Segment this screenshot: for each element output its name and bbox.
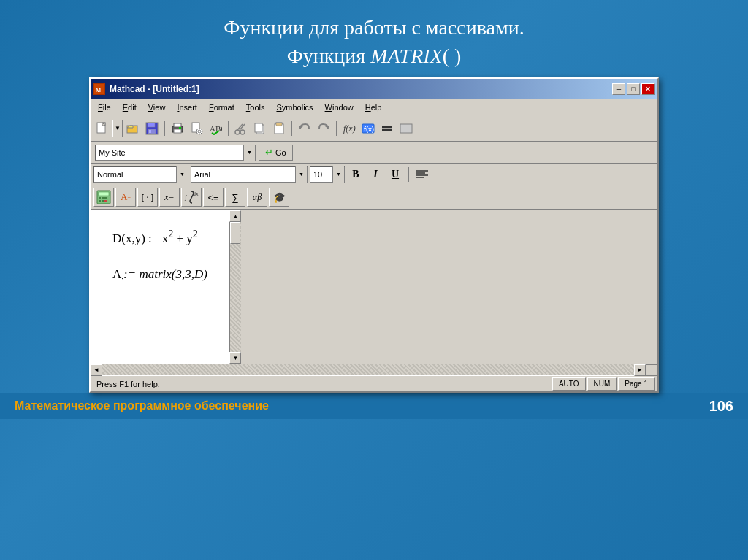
font-value[interactable]: Arial <box>191 170 295 179</box>
svg-rect-45 <box>99 200 101 202</box>
minimize-button[interactable]: ─ <box>612 83 625 95</box>
svg-rect-43 <box>102 197 104 199</box>
scroll-up-button[interactable]: ▲ <box>229 210 241 222</box>
title-bar-left: M Mathcad - [Untitled:1] <box>94 83 199 95</box>
svg-rect-12 <box>174 129 181 133</box>
svg-rect-42 <box>99 197 101 199</box>
equal-sign-button[interactable] <box>378 120 396 137</box>
print-button[interactable] <box>169 120 186 137</box>
auto-indicator: AUTO <box>552 377 586 391</box>
status-bar: Press F1 for help. AUTO NUM Page 1 <box>91 375 657 391</box>
style-dropdown-arrow[interactable]: ▼ <box>176 166 188 183</box>
menu-item-window[interactable]: Window <box>319 101 359 113</box>
vertical-scrollbar: ▲ ▼ <box>229 210 241 364</box>
scrollbar-corner <box>646 364 657 376</box>
mathcad-window: M Mathcad - [Untitled:1] ─ □ ✕ File Edit… <box>89 77 659 393</box>
sum-button[interactable]: ∑ <box>225 188 245 207</box>
scroll-track-horizontal[interactable] <box>102 364 634 375</box>
calculator-button[interactable] <box>94 188 114 207</box>
style-select-wrapper: Normal ▼ <box>94 166 188 183</box>
special-function-button[interactable]: 🎓 <box>269 188 289 207</box>
svg-text:f(x): f(x) <box>364 126 374 133</box>
menu-item-insert[interactable]: Insert <box>171 101 203 113</box>
go-button[interactable]: ↵ Go <box>259 145 293 161</box>
svg-text:∫: ∫ <box>184 194 187 201</box>
menu-item-format[interactable]: Format <box>203 101 240 113</box>
title-bar: M Mathcad - [Untitled:1] ─ □ ✕ <box>91 79 657 99</box>
resource-button[interactable]: f(x) <box>359 120 377 137</box>
save-button[interactable] <box>143 120 161 137</box>
new-button[interactable] <box>94 120 111 137</box>
svg-text:dx: dx <box>193 191 199 196</box>
menu-item-edit[interactable]: Edit <box>117 101 142 113</box>
extra-button[interactable] <box>397 120 415 137</box>
content-area[interactable]: D(x,y) := x2 + y2 A·:= matrix(3,3,D) A =… <box>91 210 229 364</box>
bold-button[interactable]: B <box>347 166 365 183</box>
new-dropdown[interactable]: ▼ <box>112 120 123 137</box>
svg-rect-7 <box>148 123 155 127</box>
format-separator <box>408 167 409 182</box>
page-indicator: Page 1 <box>618 377 654 391</box>
address-value[interactable]: My Site <box>96 148 243 157</box>
redo-button[interactable] <box>315 120 332 137</box>
menu-item-tools[interactable]: Tools <box>240 101 271 113</box>
integral-button[interactable]: ∫ dx <box>181 188 202 207</box>
font-select-wrapper: Arial ▼ <box>191 166 308 183</box>
inequality-button[interactable]: <≡ <box>203 188 224 207</box>
svg-rect-47 <box>104 200 107 202</box>
font-dropdown-arrow[interactable]: ▼ <box>295 166 307 183</box>
svg-text:ABC: ABC <box>210 124 222 133</box>
main-toolbar: ▼ <box>91 115 657 142</box>
restore-button[interactable]: □ <box>627 83 640 95</box>
menu-item-help[interactable]: Help <box>359 101 388 113</box>
style-value[interactable]: Normal <box>94 170 176 179</box>
print-preview-button[interactable] <box>188 120 205 137</box>
svg-line-17 <box>202 133 203 134</box>
scroll-track-vertical[interactable] <box>230 222 241 352</box>
status-help-text: Press F1 for help. <box>94 380 552 388</box>
size-value[interactable]: 10 <box>310 170 332 179</box>
variable-button[interactable]: x= <box>159 188 180 207</box>
address-dropdown-arrow[interactable]: ▼ <box>243 145 255 161</box>
undo-button[interactable] <box>296 120 313 137</box>
matrix-insert-button[interactable]: [·] <box>137 188 158 207</box>
text-align-button[interactable] <box>413 166 431 183</box>
svg-rect-9 <box>149 130 151 133</box>
svg-point-20 <box>240 130 245 134</box>
svg-text:M: M <box>96 86 101 93</box>
svg-point-19 <box>235 130 240 134</box>
menu-item-file[interactable]: File <box>92 101 117 113</box>
separator-4 <box>336 121 337 136</box>
underline-button[interactable]: U <box>386 166 404 183</box>
num-indicator: NUM <box>587 377 617 391</box>
slide-title-line2: Функция MATRIX( ) <box>29 42 719 70</box>
content-main: D(x,y) := x2 + y2 A·:= matrix(3,3,D) A =… <box>91 210 229 364</box>
svg-rect-24 <box>255 123 262 132</box>
open-button[interactable] <box>124 120 142 137</box>
text-format-button[interactable]: A+ <box>115 188 136 207</box>
greek-button[interactable]: αβ <box>247 188 267 207</box>
paste-button[interactable] <box>270 120 288 137</box>
status-indicators: AUTO NUM Page 1 <box>552 377 654 391</box>
italic-button[interactable]: I <box>367 166 384 183</box>
bottom-bar: Математическое программное обеспечение 1… <box>0 393 748 419</box>
spell-check-button[interactable]: ABC <box>207 120 224 137</box>
go-arrow-icon: ↵ <box>265 147 273 158</box>
close-button[interactable]: ✕ <box>641 83 654 95</box>
svg-text:f(x): f(x) <box>343 123 356 134</box>
scroll-left-button[interactable]: ◄ <box>91 364 102 376</box>
size-dropdown-arrow[interactable]: ▼ <box>332 166 344 183</box>
format-text-button[interactable]: f(x) <box>340 120 358 137</box>
separator-1 <box>164 121 165 136</box>
cut-button[interactable] <box>232 120 250 137</box>
scroll-right-button[interactable]: ► <box>634 364 646 376</box>
separator-3 <box>291 121 292 136</box>
menu-item-view[interactable]: View <box>142 101 172 113</box>
address-bar: My Site ▼ ↵ Go <box>91 142 657 164</box>
copy-button[interactable] <box>251 120 269 137</box>
formula-2-text: A·:= matrix(3,3,D) <box>112 264 207 286</box>
scroll-thumb-vertical[interactable] <box>230 222 240 244</box>
menu-item-symbolics[interactable]: Symbolics <box>270 101 318 113</box>
separator-2 <box>228 121 229 136</box>
scroll-down-button[interactable]: ▼ <box>229 352 241 364</box>
